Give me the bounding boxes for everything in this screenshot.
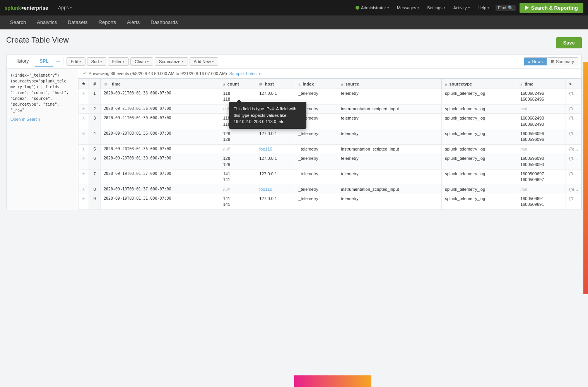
col-index-type: a bbox=[298, 82, 300, 86]
cell-source: telemetry bbox=[338, 129, 442, 144]
check-icon: ✓ bbox=[83, 71, 86, 76]
summary-view-button[interactable]: ⊞ Summary bbox=[547, 58, 578, 66]
row-star: ★ bbox=[79, 194, 89, 210]
add-new-button[interactable]: Add New ▾ bbox=[190, 57, 219, 66]
cell-ts: 16006824961600682496 bbox=[517, 89, 566, 104]
cell-host: foo110 bbox=[256, 144, 295, 154]
table-header-row: ★ # ⏱ _time a count IP bbox=[79, 79, 581, 89]
col-time[interactable]: ⏱ _time bbox=[101, 79, 220, 89]
settings-menu[interactable]: Settings ▾ bbox=[423, 0, 450, 15]
tab-spl[interactable]: SPL bbox=[35, 57, 53, 67]
cell-time: 2020-09-21T03:01:36.000-07:00 bbox=[101, 89, 220, 104]
cell-source: instrumentation_scripted_input bbox=[338, 185, 442, 194]
cell-source: telemetry bbox=[338, 154, 442, 170]
search-reporting-button[interactable]: Search & Reporting bbox=[520, 3, 583, 13]
nav-search-label: Search bbox=[10, 19, 26, 25]
apps-menu[interactable]: Apps ▾ bbox=[54, 0, 75, 15]
col-source-type: a bbox=[341, 82, 343, 86]
row-number: 5 bbox=[89, 144, 101, 154]
col-time2-type: a bbox=[520, 82, 522, 86]
col-count-type: a bbox=[223, 82, 225, 86]
nav-alerts[interactable]: Alerts bbox=[121, 15, 145, 29]
sample-label: Sample: Latest ▾ bbox=[229, 71, 261, 76]
row-star: ★ bbox=[79, 169, 89, 185]
tab-history[interactable]: History bbox=[10, 57, 33, 67]
col-index[interactable]: a index bbox=[295, 79, 338, 89]
row-number: 1 bbox=[89, 89, 101, 104]
rows-label: Rows bbox=[532, 59, 543, 64]
cell-source: telemetry bbox=[338, 114, 442, 129]
null-value: null bbox=[520, 187, 527, 192]
filter-button[interactable]: Filter ▾ bbox=[108, 57, 129, 66]
cell-time: 2020-09-21T03:01:30.000-07:00 bbox=[101, 114, 220, 129]
col-source[interactable]: a source bbox=[338, 79, 442, 89]
add-new-label: Add New bbox=[194, 59, 211, 64]
cell-raw: {"t... bbox=[566, 114, 581, 129]
cell-index: _telemetry bbox=[295, 185, 338, 194]
apps-label: Apps bbox=[58, 5, 68, 10]
toolbar-right: ≡ Rows ⊞ Summary bbox=[524, 57, 578, 66]
sort-button[interactable]: Sort ▾ bbox=[87, 57, 106, 66]
activity-menu[interactable]: Activity ▾ bbox=[450, 0, 474, 15]
activity-label: Activity bbox=[453, 5, 467, 10]
cell-source: telemetry bbox=[338, 194, 442, 210]
spl-panel: ((index="_telemetry") (sourcetype="splun… bbox=[7, 68, 78, 210]
add-new-arrow: ▾ bbox=[212, 60, 214, 63]
clean-button[interactable]: Clean ▾ bbox=[130, 57, 153, 66]
host-link[interactable]: foo110 bbox=[259, 147, 272, 151]
cell-count: 128128 bbox=[220, 154, 256, 170]
sort-arrow: ▾ bbox=[100, 60, 102, 63]
admin-menu[interactable]: Administrator ▾ bbox=[352, 0, 393, 15]
cell-ts: null bbox=[517, 185, 566, 194]
results-area: ✓ Previewing 39 events (9/8/20 8:43:50.0… bbox=[78, 68, 581, 210]
status-bar: ✓ Previewing 39 events (9/8/20 8:43:50.0… bbox=[78, 68, 581, 79]
nav-datasets[interactable]: Datasets bbox=[62, 15, 93, 29]
messages-menu[interactable]: Messages ▾ bbox=[393, 0, 423, 15]
nav-analytics[interactable]: Analytics bbox=[31, 15, 62, 29]
row-star: ★ bbox=[79, 154, 89, 170]
cell-host: 127.0.0.1 bbox=[256, 154, 295, 170]
row-number: 7 bbox=[89, 169, 101, 185]
col-time-label: _time bbox=[109, 82, 121, 86]
col-host[interactable]: IP host bbox=[256, 79, 295, 89]
cell-sourcetype: splunk_telemetry_log bbox=[442, 129, 517, 144]
nav-dashboards[interactable]: Dashboards bbox=[145, 15, 183, 29]
save-button[interactable]: Save bbox=[556, 37, 582, 48]
orange-bar bbox=[583, 62, 588, 294]
host-link[interactable]: foo110 bbox=[259, 187, 272, 192]
summarize-arrow: ▾ bbox=[182, 60, 184, 63]
rows-view-button[interactable]: ≡ Rows bbox=[524, 58, 547, 65]
nav-reports[interactable]: Reports bbox=[93, 15, 122, 29]
cell-raw: {"t... bbox=[566, 129, 581, 144]
search-icon: 🔍 bbox=[508, 5, 513, 10]
data-table: ★ # ⏱ _time a count IP bbox=[78, 79, 581, 210]
summarize-button[interactable]: Summarize ▾ bbox=[155, 57, 188, 66]
help-menu[interactable]: Help ▾ bbox=[474, 0, 494, 15]
open-in-search-link[interactable]: Open in Search bbox=[10, 117, 74, 122]
row-star: ★ bbox=[79, 114, 89, 129]
table-row: ★42020-09-20T03:01:36.000-07:00128128127… bbox=[79, 129, 581, 144]
null-value: null bbox=[520, 106, 527, 111]
table-row: ★92020-09-19T03:01:31.000-07:00141141127… bbox=[79, 194, 581, 210]
nav-search[interactable]: Search bbox=[5, 15, 31, 29]
clean-label: Clean bbox=[135, 59, 146, 64]
col-time2[interactable]: a time bbox=[517, 79, 566, 89]
cell-time: 2020-09-20T03:01:36.000-07:00 bbox=[101, 144, 220, 154]
spl-code[interactable]: ((index="_telemetry") (sourcetype="splun… bbox=[10, 72, 74, 113]
edit-label: Edit bbox=[71, 59, 78, 64]
cell-raw: {"t... bbox=[566, 89, 581, 104]
cell-ts: 16005096971600509697 bbox=[517, 169, 566, 185]
col-count[interactable]: a count bbox=[220, 79, 256, 89]
find-container[interactable]: Find 🔍 bbox=[496, 5, 515, 11]
cell-time: 2020-09-19T03:01:37.000-07:00 bbox=[101, 185, 220, 194]
search-reporting-label: Search & Reporting bbox=[531, 5, 578, 11]
edit-button[interactable]: Edit ▾ bbox=[67, 57, 85, 66]
cell-count: null bbox=[220, 185, 256, 194]
col-sourcetype[interactable]: a sourcetype bbox=[442, 79, 517, 89]
row-star: ★ bbox=[79, 129, 89, 144]
admin-label: Administrator bbox=[361, 5, 386, 10]
messages-arrow: ▾ bbox=[417, 6, 419, 10]
cell-raw: {"t... bbox=[566, 194, 581, 210]
cell-host: foo110 bbox=[256, 185, 295, 194]
toolbar: History SPL ✏ Edit ▾ Sort ▾ Filter ▾ Cle… bbox=[6, 55, 582, 68]
